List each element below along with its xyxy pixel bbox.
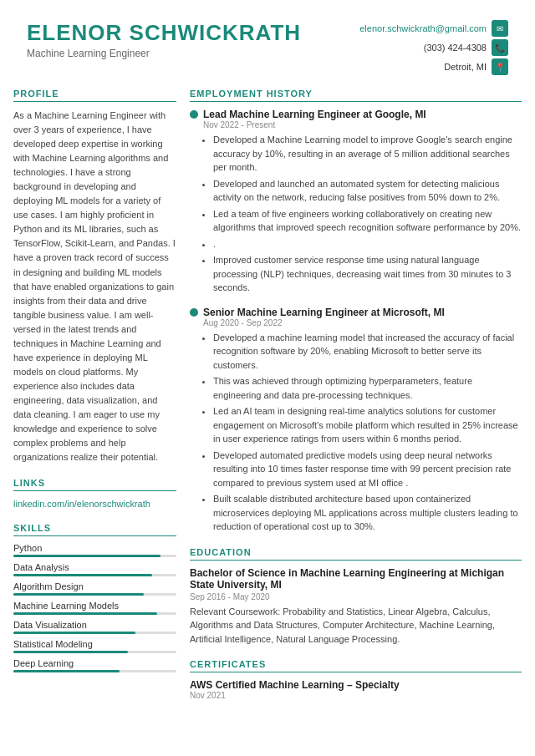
main-content: PROFILE As a Machine Learning Engineer w… (0, 89, 535, 727)
profile-text: As a Machine Learning Engineer with over… (13, 109, 176, 464)
job-bullet: Improved customer service response time … (213, 253, 522, 295)
education-item: Bachelor of Science in Machine Learning … (190, 567, 522, 647)
education-list: Bachelor of Science in Machine Learning … (190, 567, 522, 647)
employment-section: EMPLOYMENT HISTORY Lead Machine Learning… (190, 89, 522, 534)
job-dot (190, 110, 198, 119)
job-bullet: Developed a Machine Learning model to im… (213, 133, 522, 175)
location-icon: 📍 (492, 58, 508, 75)
skill-name: Machine Learning Models (13, 601, 176, 611)
skill-bar-bg (13, 612, 176, 615)
certificate-item: AWS Certified Machine Learning – Special… (190, 679, 522, 700)
candidate-title: Machine Learning Engineer (27, 48, 301, 59)
skill-item: Data Visualization (13, 620, 176, 634)
job-dates: Aug 2020 - Sep 2022 (203, 318, 522, 327)
job-bullet: Led an AI team in designing real-time an… (213, 404, 522, 446)
skill-bar-bg (13, 632, 176, 634)
job-title: Senior Machine Learning Engineer at Micr… (203, 307, 445, 318)
education-section-title: EDUCATION (190, 547, 522, 561)
job-bullet: This was achieved through optimizing hyp… (213, 374, 522, 402)
skills-list: Python Data Analysis Algorithm Design Ma… (13, 543, 176, 672)
job-title-line: Senior Machine Learning Engineer at Micr… (190, 307, 522, 318)
skill-bar-fill (13, 574, 152, 576)
phone-icon: 📞 (492, 39, 508, 56)
header-left: ELENOR SCHWICKRATH Machine Learning Engi… (27, 20, 301, 59)
location-contact: Detroit, MI 📍 (359, 58, 508, 75)
cert-date: Nov 2021 (190, 691, 522, 700)
skill-item: Data Analysis (13, 562, 176, 576)
skill-bar-fill (13, 651, 128, 653)
skills-section: SKILLS Python Data Analysis Algorithm De… (13, 523, 176, 672)
header: ELENOR SCHWICKRATH Machine Learning Engi… (0, 0, 535, 89)
cert-name: AWS Certified Machine Learning – Special… (190, 679, 522, 691)
profile-section: PROFILE As a Machine Learning Engineer w… (13, 89, 176, 464)
skill-bar-fill (13, 670, 120, 672)
links-list: linkedin.com/in/elenorschwickrath (13, 498, 176, 510)
certificates-list: AWS Certified Machine Learning – Special… (190, 679, 522, 700)
job-title: Lead Machine Learning Engineer at Google… (203, 109, 426, 120)
skill-name: Algorithm Design (13, 581, 176, 591)
skill-bar-bg (13, 670, 176, 672)
phone-text: (303) 424-4308 (424, 43, 487, 53)
skill-item: Machine Learning Models (13, 601, 176, 615)
edu-dates: Sep 2016 - May 2020 (190, 592, 522, 601)
jobs-list: Lead Machine Learning Engineer at Google… (190, 109, 522, 534)
right-column: EMPLOYMENT HISTORY Lead Machine Learning… (190, 89, 522, 713)
skill-name: Data Visualization (13, 620, 176, 630)
links-section-title: LINKS (13, 478, 176, 491)
location-text: Detroit, MI (444, 62, 487, 72)
skill-item: Python (13, 543, 176, 557)
skill-bar-fill (13, 632, 135, 634)
job-entry: Senior Machine Learning Engineer at Micr… (190, 307, 522, 534)
header-right: elenor.schwickrath@gmail.com ✉ (303) 424… (359, 20, 508, 75)
job-title-line: Lead Machine Learning Engineer at Google… (190, 109, 522, 120)
skill-bar-bg (13, 574, 176, 576)
job-dates: Nov 2022 - Present (203, 120, 522, 129)
certificates-section: CERTIFICATES AWS Certified Machine Learn… (190, 659, 522, 700)
job-bullet: Developed automated predictive models us… (213, 449, 522, 490)
job-entry: Lead Machine Learning Engineer at Google… (190, 109, 522, 295)
skills-section-title: SKILLS (13, 523, 176, 536)
skill-bar-bg (13, 555, 176, 557)
edu-coursework: Relevant Coursework: Probability and Sta… (190, 605, 522, 647)
skill-bar-fill (13, 593, 144, 596)
job-bullets-list: Developed a machine learning model that … (203, 331, 522, 534)
skill-item: Statistical Modeling (13, 639, 176, 653)
education-section: EDUCATION Bachelor of Science in Machine… (190, 547, 522, 647)
skill-item: Deep Learning (13, 658, 176, 672)
certificates-section-title: CERTIFICATES (190, 659, 522, 672)
skill-name: Python (13, 543, 176, 553)
profile-section-title: PROFILE (13, 89, 176, 102)
job-bullet: Developed a machine learning model that … (213, 331, 522, 373)
job-bullet: . (213, 237, 522, 251)
email-contact: elenor.schwickrath@gmail.com ✉ (359, 20, 508, 37)
skill-item: Algorithm Design (13, 581, 176, 596)
skill-name: Deep Learning (13, 658, 176, 668)
job-bullet: Led a team of five engineers working col… (213, 207, 522, 235)
job-bullet: Built scalable distributed architecture … (213, 492, 522, 534)
email-link[interactable]: elenor.schwickrath@gmail.com (359, 23, 487, 33)
skill-bar-bg (13, 593, 176, 596)
skill-name: Statistical Modeling (13, 639, 176, 649)
employment-section-title: EMPLOYMENT HISTORY (190, 89, 522, 102)
skill-bar-bg (13, 651, 176, 653)
links-section: LINKS linkedin.com/in/elenorschwickrath (13, 478, 176, 510)
job-dot (190, 308, 198, 317)
job-bullet: Developed and launched an automated syst… (213, 177, 522, 205)
skill-bar-fill (13, 555, 160, 557)
edu-degree: Bachelor of Science in Machine Learning … (190, 567, 522, 591)
linkedin-link[interactable]: linkedin.com/in/elenorschwickrath (13, 499, 150, 509)
email-icon: ✉ (492, 20, 508, 37)
left-column: PROFILE As a Machine Learning Engineer w… (13, 89, 176, 713)
skill-bar-fill (13, 612, 157, 615)
phone-contact: (303) 424-4308 📞 (359, 39, 508, 56)
skill-name: Data Analysis (13, 562, 176, 572)
candidate-name: ELENOR SCHWICKRATH (27, 20, 301, 46)
job-bullets-list: Developed a Machine Learning model to im… (203, 133, 522, 295)
